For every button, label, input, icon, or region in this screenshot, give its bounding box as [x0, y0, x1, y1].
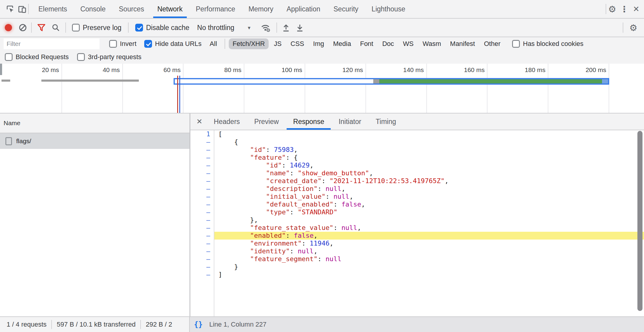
gutter-marker[interactable]: – [190, 201, 214, 208]
request-list: flags/ [0, 133, 189, 149]
overview-timeline[interactable]: 20 ms40 ms60 ms80 ms100 ms120 ms140 ms16… [0, 64, 644, 113]
tab-lighthouse[interactable]: Lighthouse [365, 0, 412, 18]
code-line-text: "feature_state_value": null, [214, 224, 644, 232]
tab-console[interactable]: Console [74, 0, 112, 18]
status-bar: 1 / 4 requests597 B / 10.1 kB transferre… [0, 316, 644, 332]
type-filter-other[interactable]: Other [480, 38, 504, 49]
gutter-marker[interactable]: – [190, 138, 214, 146]
detail-tab-preview[interactable]: Preview [247, 113, 286, 130]
tab-network[interactable]: Network [151, 0, 189, 18]
network-main-area: Name flags/ ✕ HeadersPreviewResponseInit… [0, 113, 644, 316]
gutter-marker[interactable]: – [190, 224, 214, 232]
devtools-tab-bar: ElementsConsoleSourcesNetworkPerformance… [0, 0, 644, 19]
hide-data-urls-checkbox[interactable] [144, 40, 152, 48]
type-filter-img[interactable]: Img [309, 38, 328, 49]
gutter-marker[interactable]: – [190, 208, 214, 216]
inspect-element-icon-svg [6, 5, 15, 14]
invert-checkbox[interactable] [109, 40, 117, 48]
type-filter-wasm[interactable]: Wasm [419, 38, 445, 49]
detail-tab-response[interactable]: Response [286, 113, 332, 130]
response-scrollbar-thumb[interactable] [637, 131, 643, 311]
detail-tab-timing[interactable]: Timing [368, 113, 403, 130]
toolbar-divider [31, 23, 32, 33]
gutter-marker[interactable]: – [190, 255, 214, 263]
tab-memory[interactable]: Memory [242, 0, 280, 18]
status-divider [51, 320, 52, 329]
export-har-icon[interactable] [296, 23, 304, 32]
gutter-marker[interactable]: – [190, 271, 214, 279]
filter-divider [225, 39, 225, 49]
gutter-marker[interactable]: 1 [190, 130, 214, 138]
network-summary-bar: 1 / 4 requests597 B / 10.1 kB transferre… [0, 317, 190, 332]
detail-pane: ✕ HeadersPreviewResponseInitiatorTiming … [190, 113, 644, 316]
tab-security[interactable]: Security [327, 0, 365, 18]
type-filter-font[interactable]: Font [356, 38, 377, 49]
third-party-requests-checkbox[interactable] [77, 53, 85, 61]
gutter-marker[interactable]: – [190, 161, 214, 169]
other-request-bar [1, 80, 10, 82]
device-toolbar-icon[interactable] [16, 3, 28, 15]
gutter-marker[interactable]: – [190, 240, 214, 247]
tab-application[interactable]: Application [280, 0, 327, 18]
type-filter-css[interactable]: CSS [287, 38, 308, 49]
preserve-log-checkbox[interactable] [72, 24, 80, 32]
clear-network-log-icon[interactable] [19, 24, 26, 31]
dom-content-loaded-event-line [179, 76, 180, 113]
network-conditions-icon[interactable] [260, 23, 270, 32]
code-line-text: "initial_value": null, [214, 193, 644, 201]
code-line-text: "feature_segment": null [214, 255, 644, 263]
gutter-marker[interactable]: – [190, 232, 214, 240]
throttling-select[interactable]: No throttling [197, 24, 234, 32]
search-icon[interactable] [52, 23, 60, 32]
status-divider [140, 320, 141, 329]
chevron-down-icon[interactable]: ▼ [247, 25, 252, 30]
tab-performance[interactable]: Performance [189, 0, 242, 18]
gutter-marker[interactable]: – [190, 169, 214, 177]
code-line: – "feature_state_value": null, [190, 224, 644, 232]
filter-input[interactable] [4, 38, 100, 49]
timeline-tick-label: 120 ms [302, 66, 363, 74]
type-filter-manifest[interactable]: Manifest [446, 38, 479, 49]
type-filter-all[interactable]: All [206, 38, 221, 49]
type-filter-fetchxhr[interactable]: Fetch/XHR [229, 38, 269, 49]
tab-sources[interactable]: Sources [112, 0, 151, 18]
detail-tab-initiator[interactable]: Initiator [331, 113, 368, 130]
code-line-text: "environment": 11946, [214, 240, 644, 247]
kebab-menu-icon[interactable]: ⋮ [618, 3, 630, 15]
blocked-requests-checkbox[interactable] [5, 53, 13, 61]
import-har-icon[interactable] [282, 23, 290, 32]
gutter-marker[interactable]: – [190, 146, 214, 154]
request-type-filters: AllFetch/XHRJSCSSImgMediaFontDocWSWasmMa… [206, 38, 505, 49]
record-network-log-button[interactable] [5, 24, 12, 31]
gutter-marker[interactable]: – [190, 177, 214, 185]
disable-cache-checkbox[interactable] [135, 24, 143, 32]
tab-elements[interactable]: Elements [32, 0, 74, 18]
gutter-marker[interactable]: – [190, 247, 214, 255]
gutter-marker[interactable]: – [190, 193, 214, 201]
type-filter-doc[interactable]: Doc [378, 38, 398, 49]
third-party-requests-label: 3rd-party requests [88, 53, 142, 61]
response-viewer: 1[– {– "id": 75983,– "feature": {– "id":… [190, 130, 644, 316]
options-bar: Blocked Requests 3rd-party requests [0, 50, 644, 64]
type-filter-ws[interactable]: WS [399, 38, 417, 49]
gutter-marker[interactable]: – [190, 216, 214, 224]
network-settings-gear-icon[interactable]: ⚙ [629, 23, 637, 33]
gutter-marker[interactable]: – [190, 154, 214, 161]
name-column-header[interactable]: Name [0, 113, 189, 133]
request-row[interactable]: flags/ [0, 133, 189, 149]
gutter-marker[interactable]: – [190, 263, 214, 271]
gutter-marker[interactable]: – [190, 185, 214, 193]
filter-funnel-icon[interactable] [37, 24, 46, 32]
has-blocked-cookies-checkbox[interactable] [512, 40, 520, 48]
detail-tab-headers[interactable]: Headers [207, 113, 247, 130]
load-event-line [177, 76, 178, 113]
inspect-element-icon[interactable] [4, 3, 16, 15]
close-detail-icon[interactable]: ✕ [192, 117, 207, 126]
summary-item: 292 B / 2 [146, 321, 172, 328]
type-filter-media[interactable]: Media [329, 38, 355, 49]
settings-gear-icon[interactable]: ⚙ [606, 3, 618, 15]
code-line-text: "id": 14629, [214, 161, 644, 169]
format-code-icon[interactable]: {} [194, 320, 203, 329]
close-devtools-icon[interactable]: ✕ [630, 3, 642, 15]
type-filter-js[interactable]: JS [270, 38, 285, 49]
